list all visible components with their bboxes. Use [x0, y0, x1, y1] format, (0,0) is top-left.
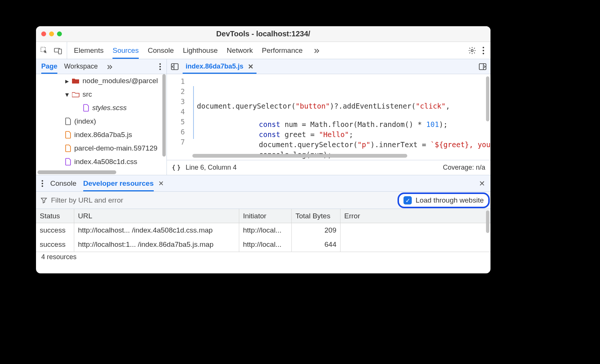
drawer-tab-console[interactable]: Console [50, 175, 76, 191]
tree-label: node_modules/@parcel [82, 77, 158, 85]
checkbox-checked-icon[interactable]: ✓ [404, 196, 412, 204]
chevron-down-icon: ▾ [65, 90, 69, 99]
main-toolbar: Elements Sources Console Lighthouse Netw… [36, 42, 490, 59]
drawer-tab-developer-resources[interactable]: Developer resources [83, 175, 154, 191]
tab-performance[interactable]: Performance [262, 42, 303, 59]
tree-label: (index) [74, 117, 96, 125]
svg-point-4 [483, 47, 484, 48]
col-error[interactable]: Error [340, 209, 490, 223]
svg-rect-2 [58, 49, 62, 54]
close-tab-icon[interactable]: ✕ [248, 63, 254, 71]
svg-point-13 [42, 183, 43, 184]
line-gutter: 1234567 [167, 74, 189, 160]
tree-file-index-js[interactable]: index.86da7ba5.js [36, 128, 163, 142]
editor-hscroll[interactable] [192, 154, 483, 158]
tree-label: styles.scss [92, 104, 127, 112]
sidebar-tab-page[interactable]: Page [41, 59, 57, 74]
svg-point-7 [159, 63, 161, 65]
table-header: Status URL Initiator Total Bytes Error [36, 209, 490, 223]
window-close-button[interactable] [41, 31, 46, 36]
tree-label: src [82, 90, 92, 98]
tree-vscroll[interactable] [162, 74, 166, 157]
sidebar-tabs-overflow-icon[interactable] [105, 59, 114, 74]
filter-placeholder: Filter by URL and error [51, 196, 123, 204]
more-menu-icon[interactable] [482, 46, 484, 55]
tree-file-index-css[interactable]: index.4a508c1d.css [36, 155, 163, 169]
code-editor[interactable]: document.querySelector("button")?.addEve… [189, 74, 490, 160]
editor-vscroll[interactable] [486, 76, 489, 121]
resources-footer: 4 resources [36, 252, 490, 262]
inspect-element-icon[interactable] [40, 47, 48, 54]
editor-statusbar: Line 6, Column 4 Coverage: n/a [167, 160, 490, 175]
coverage-status: Coverage: n/a [443, 164, 485, 172]
window-maximize-button[interactable] [57, 31, 62, 36]
tree-folder-node-modules[interactable]: ▸ node_modules/@parcel [36, 74, 163, 88]
drawer: Console Developer resources ✕ ✕ Filter b… [36, 175, 490, 273]
toggle-debugger-icon[interactable] [478, 63, 487, 71]
load-through-label: Load through website [416, 196, 484, 204]
settings-icon[interactable] [468, 46, 476, 55]
resources-table: Status URL Initiator Total Bytes Error s… [36, 209, 490, 252]
fold-line [193, 86, 194, 139]
folder-icon [72, 78, 80, 84]
window-minimize-button[interactable] [49, 31, 54, 36]
svg-point-5 [483, 50, 484, 51]
tree-file-index-html[interactable]: (index) [36, 115, 163, 128]
editor-pane: index.86da7ba5.js ✕ 1234567 document.que… [167, 59, 490, 175]
col-url[interactable]: URL [74, 209, 239, 223]
css-file-icon [65, 158, 71, 166]
cursor-position: Line 6, Column 4 [186, 164, 237, 172]
tab-console[interactable]: Console [148, 42, 174, 59]
svg-point-8 [159, 66, 161, 67]
sidebar-tab-workspace[interactable]: Workspace [64, 59, 98, 74]
svg-point-6 [483, 53, 484, 54]
tab-lighthouse[interactable]: Lighthouse [183, 42, 218, 59]
close-drawer-icon[interactable]: ✕ [479, 175, 485, 191]
tree-folder-src[interactable]: ▾ src [36, 88, 163, 101]
col-status[interactable]: Status [36, 209, 74, 223]
folder-open-icon [72, 91, 80, 97]
html-file-icon [65, 118, 71, 125]
sidebar-more-icon[interactable] [159, 59, 161, 74]
tree-file-parcel-demo[interactable]: parcel-demo-main.597129 [36, 142, 163, 155]
tabs-overflow-icon[interactable] [312, 42, 321, 59]
col-total-bytes[interactable]: Total Bytes [292, 209, 340, 223]
tab-network[interactable]: Network [227, 42, 253, 59]
device-toolbar-icon[interactable] [54, 47, 62, 54]
js-file-icon [65, 145, 71, 152]
tab-elements[interactable]: Elements [74, 42, 104, 59]
titlebar: DevTools - localhost:1234/ [36, 26, 490, 42]
table-row[interactable]: success http://localhost... /index.4a508… [36, 223, 490, 237]
close-drawer-tab-icon[interactable]: ✕ [158, 179, 164, 188]
tree-label: parcel-demo-main.597129 [74, 144, 158, 152]
window-title: DevTools - localhost:1234/ [36, 30, 490, 38]
sources-sidebar: Page Workspace ▸ [36, 59, 167, 175]
svg-point-9 [159, 69, 161, 70]
tree-label: index.4a508c1d.css [74, 158, 137, 166]
chevron-right-icon: ▸ [65, 77, 69, 85]
toggle-navigator-icon[interactable] [171, 63, 179, 71]
svg-point-14 [42, 185, 43, 187]
tree-hscroll[interactable] [38, 170, 116, 174]
scss-file-icon [83, 104, 89, 112]
editor-tab-index-js[interactable]: index.86da7ba5.js ✕ [183, 59, 256, 74]
svg-point-3 [471, 49, 473, 52]
col-initiator[interactable]: Initiator [239, 209, 292, 223]
devtools-window: DevTools - localhost:1234/ Elements Sour… [36, 26, 490, 273]
load-through-website-toggle[interactable]: ✓ Load through website [398, 192, 490, 208]
table-row[interactable]: success http://localhost:1... /index.86d… [36, 237, 490, 252]
js-file-icon [65, 131, 71, 139]
filter-icon [40, 197, 47, 204]
drawer-vscroll[interactable] [486, 192, 489, 263]
tab-sources[interactable]: Sources [112, 42, 139, 59]
pretty-print-icon[interactable] [172, 164, 180, 171]
editor-tab-label: index.86da7ba5.js [186, 63, 243, 70]
tree-label: index.86da7ba5.js [74, 131, 132, 139]
tree-file-styles[interactable]: styles.scss [36, 101, 163, 115]
svg-point-12 [42, 180, 43, 182]
drawer-more-icon[interactable] [41, 180, 44, 187]
